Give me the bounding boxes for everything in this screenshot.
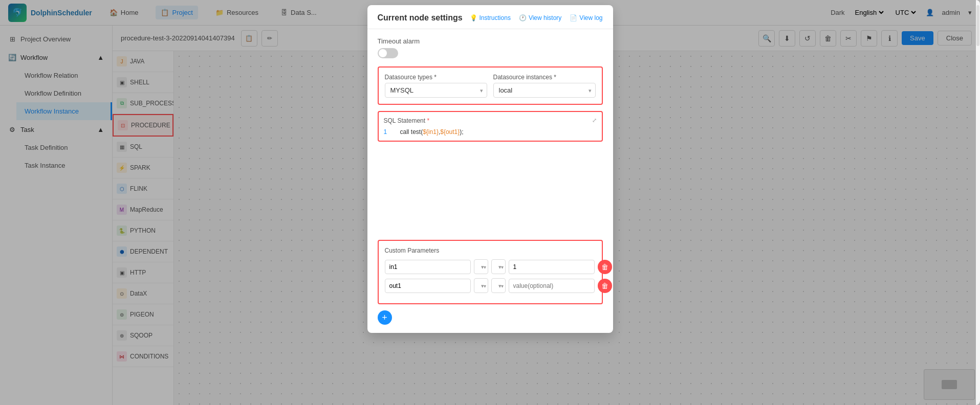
param-direction-in1[interactable]: IN OUT: [474, 259, 488, 274]
datasource-types-required: *: [434, 74, 437, 81]
instructions-icon: 💡: [470, 14, 477, 21]
sql-statement-section: SQL Statement * ⤢ 1 call test(${in1},${o…: [378, 111, 603, 142]
datasource-instances-required: *: [554, 74, 556, 81]
view-history-label: View history: [529, 14, 561, 21]
modal-header-actions: 💡 Instructions 🕐 View history 📄 View log: [470, 14, 603, 21]
add-parameter-button[interactable]: +: [378, 310, 392, 325]
modal-header: Current node settings 💡 Instructions 🕐 V…: [367, 5, 613, 29]
timeout-alarm-toggle[interactable]: [378, 48, 398, 58]
param-direction-out1-wrap: IN OUT ▾: [474, 278, 488, 293]
datasource-types-label: Datasource types *: [385, 74, 487, 81]
datasource-instances-col: Datasource instances * local: [493, 74, 596, 98]
modal-title: Current node settings: [378, 13, 463, 22]
modal-body: Timeout alarm Datasource types *: [367, 29, 613, 333]
sql-expand-icon[interactable]: ⤢: [592, 117, 597, 124]
param-row-out1: IN OUT ▾ VARCHAR INTEGER ▾ 🗑: [385, 278, 596, 293]
param-value-out1[interactable]: [509, 279, 595, 293]
sql-code-line: 1 call test(${in1},${out1});: [384, 128, 597, 136]
sql-statement-label: SQL Statement * ⤢: [384, 117, 597, 124]
timeout-alarm-label: Timeout alarm: [378, 37, 603, 45]
param-row-in1: IN OUT ▾ VARCHAR INTEGER ▾ 🗑: [385, 259, 596, 274]
param-type-out1-wrap: VARCHAR INTEGER ▾: [491, 278, 506, 293]
param-type-out1[interactable]: VARCHAR INTEGER: [491, 278, 506, 293]
datasource-instances-select-wrap: local: [493, 83, 596, 98]
datasource-instances-label: Datasource instances *: [493, 74, 596, 81]
sql-var-in1: ${in1}: [423, 128, 439, 136]
sql-line-number: 1: [384, 128, 394, 136]
view-log-label: View log: [579, 14, 602, 21]
datasource-types-col: Datasource types * MYSQL PostgreSQL: [385, 74, 487, 98]
param-direction-in1-wrap: IN OUT ▾: [474, 259, 488, 274]
custom-parameters-label: Custom Parameters: [385, 247, 596, 254]
param-name-out1[interactable]: [385, 279, 471, 293]
modal-current-node-settings: Current node settings 💡 Instructions 🕐 V…: [367, 5, 613, 333]
delete-param-out1[interactable]: 🗑: [598, 279, 612, 293]
datasource-types-select[interactable]: MYSQL PostgreSQL: [385, 83, 487, 98]
param-name-in1[interactable]: [385, 260, 471, 274]
custom-parameters-section: Custom Parameters IN OUT ▾ VARCHAR: [378, 240, 603, 304]
sql-var-out1: ${out1}: [440, 128, 460, 136]
toggle-knob: [379, 49, 387, 57]
delete-param-in1[interactable]: 🗑: [598, 260, 612, 274]
modal-overlay: Current node settings 💡 Instructions 🕐 V…: [0, 0, 980, 405]
datasource-instances-group: Datasource instances * local: [493, 74, 596, 98]
param-value-in1[interactable]: [509, 260, 595, 274]
timeout-alarm-row: Timeout alarm: [378, 37, 603, 58]
view-history-link[interactable]: 🕐 View history: [519, 14, 561, 21]
history-icon: 🕐: [519, 14, 527, 21]
param-direction-out1[interactable]: IN OUT: [474, 278, 488, 293]
param-type-in1[interactable]: VARCHAR INTEGER: [491, 259, 506, 274]
view-log-link[interactable]: 📄 View log: [570, 14, 602, 21]
instructions-label: Instructions: [480, 14, 511, 21]
datasource-section: Datasource types * MYSQL PostgreSQL: [378, 66, 603, 105]
datasource-row: Datasource types * MYSQL PostgreSQL: [385, 74, 596, 98]
log-icon: 📄: [570, 14, 577, 21]
modal-spacer: [378, 148, 603, 240]
datasource-instances-select[interactable]: local: [493, 83, 596, 98]
sql-code-content[interactable]: call test(${in1},${out1});: [400, 128, 464, 136]
datasource-types-select-wrap: MYSQL PostgreSQL: [385, 83, 487, 98]
instructions-link[interactable]: 💡 Instructions: [470, 14, 511, 21]
param-type-in1-wrap: VARCHAR INTEGER ▾: [491, 259, 506, 274]
datasource-types-group: Datasource types * MYSQL PostgreSQL: [385, 74, 487, 98]
